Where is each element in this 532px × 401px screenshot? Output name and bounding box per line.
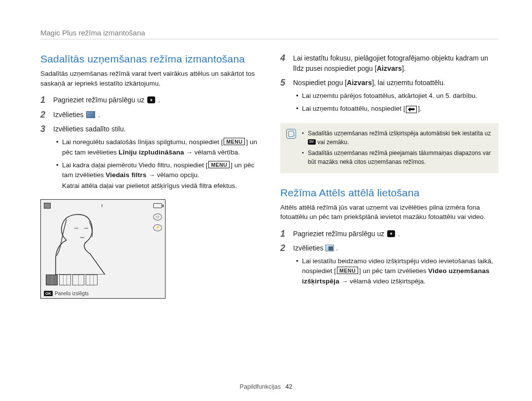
- note-item-2: Sadalītās uzņemšanas režīmā pieejamais t…: [302, 149, 492, 166]
- note-item-1: Sadalītās uzņemšanas režīmā izšķirtspēja…: [302, 129, 492, 147]
- flash-off-icon: ⚡: [153, 224, 162, 231]
- step-3-text: Izvēlieties sadalīto stilu.: [53, 125, 126, 133]
- pip-step-1: 1 Pagrieziet režīmu pārslēgu uz .: [280, 229, 499, 240]
- split-shot-mode-icon: [86, 111, 95, 118]
- step-3-bullet-b: Lai kadra daļai piemērotu Viedo filtru, …: [55, 160, 259, 191]
- section-heading-split-shot: Sadalītās uzņemšanas režīma izmantošana: [40, 53, 259, 65]
- step-5-bullet-a: Lai uzņemtu pārējos fotoattēlus, atkārto…: [295, 91, 499, 101]
- subject-silhouette: [46, 211, 115, 275]
- section-intro: Sadalītās uzņemšanas režīmā varat tvert …: [40, 69, 259, 88]
- mode-dial-icon: [147, 96, 155, 103]
- page-footer: Papildfunkcijas 42: [0, 383, 532, 390]
- menu-icon: MENU: [208, 161, 230, 168]
- menu-icon: MENU: [224, 138, 245, 145]
- left-column: Sadalītās uzņemšanas režīma izmantošana …: [40, 53, 259, 299]
- step-1: 1 Pagrieziet režīmu pārslēgu uz .: [40, 95, 259, 106]
- layout-thumbnails: [46, 275, 98, 285]
- step-3: 3 Izvēlieties sadalīto stilu. Lai noregu…: [40, 124, 259, 194]
- right-column: 4 Lai iestatītu fokusu, pielāgojiet foto…: [280, 53, 499, 299]
- note-icon: [286, 129, 296, 139]
- ok-button-icon: OK: [44, 291, 53, 296]
- battery-icon: [153, 203, 162, 208]
- note-box: Sadalītās uzņemšanas režīmā izšķirtspēja…: [280, 123, 499, 173]
- section-intro-pip: Attēls attēlā režīmā jūs varat uzņemt va…: [280, 203, 499, 222]
- step-4: 4 Lai iestatītu fokusu, pielāgojiet foto…: [280, 53, 499, 74]
- mode-dial-icon: [387, 230, 395, 237]
- step-3-bullet-a: Lai noregulētu sadalošās līnijas spilgtu…: [55, 137, 259, 157]
- storage-icon: [44, 203, 51, 209]
- pip-mode-icon: [325, 245, 334, 251]
- size-indicator-icon: ▭: [153, 214, 162, 220]
- step-5: 5 Nospiediet pogu [Aizvars], lai uzņemtu…: [280, 78, 499, 117]
- page-number: 42: [285, 383, 292, 390]
- pip-step-2-bullet: Lai iestatītu beidzamo video izšķirtspēj…: [295, 256, 499, 286]
- back-icon: [406, 106, 417, 113]
- breadcrumb: Magic Plus režīma izmantošana: [40, 29, 499, 39]
- step-5-bullet-b: Lai uzņemtu fotoattēlu, nospiediet [ ].: [295, 104, 499, 114]
- step-2-text: Izvēlieties: [53, 111, 85, 119]
- step-1-text: Pagrieziet režīmu pārslēgu uz: [53, 96, 146, 104]
- section-heading-pip: Režīma Attēls attēlā lietošana: [280, 187, 499, 199]
- step-3-bullet-b-note: Katrai attēla daļai var pielietot atšķir…: [62, 181, 259, 191]
- menu-icon: MENU: [337, 267, 358, 274]
- preview-caption: Panelis izslēgts: [55, 291, 89, 296]
- step-2: 2 Izvēlieties .: [40, 110, 259, 121]
- footer-section: Papildfunkcijas: [240, 383, 281, 390]
- camera-preview-illustration: I ▭ ⚡: [40, 199, 166, 299]
- resolution-3m-icon: [308, 139, 316, 145]
- pip-step-2: 2 Izvēlieties . Lai iestatītu beidzamo v…: [280, 243, 499, 289]
